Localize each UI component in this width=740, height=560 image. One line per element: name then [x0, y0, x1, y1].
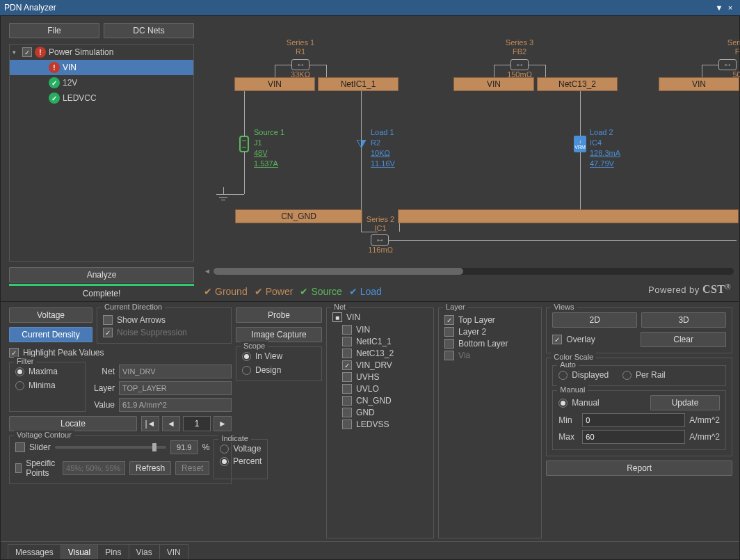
dropdown-icon[interactable]: ▼ [714, 3, 725, 12]
net-checkbox[interactable] [342, 325, 352, 335]
net-checkbox[interactable] [342, 408, 352, 417]
schematic-canvas[interactable]: Series 1R1 ⧟ 33KΩ VIN NetIC1_1 Source 1J… [200, 16, 739, 301]
ferrite-icon: ⧟ [510, 59, 529, 70]
node-cngnd[interactable]: CN_GND [235, 209, 362, 223]
net-checkbox[interactable] [342, 372, 352, 382]
net-item[interactable]: UVLO [332, 384, 428, 394]
net-item[interactable]: VIN [332, 325, 428, 335]
tab-visual[interactable]: Visual [61, 544, 98, 559]
error-icon: ! [35, 47, 46, 58]
bottom-tabstrip: MessagesVisualPinsViasVIN [1, 541, 739, 559]
current-direction-title: Current Direction [102, 303, 165, 311]
load-resistor-icon: ⧩ [356, 136, 366, 152]
minima-radio[interactable] [15, 381, 24, 390]
tree-label: 12V [63, 78, 77, 88]
report-button[interactable]: Report [546, 461, 732, 476]
net-item[interactable]: GND [332, 408, 428, 417]
min-input[interactable] [582, 413, 685, 427]
net-label: CN_GND [356, 396, 392, 406]
node-gnd-bar[interactable] [398, 209, 739, 223]
view-2d-button[interactable]: 2D [552, 312, 637, 328]
analyze-button[interactable]: Analyze [9, 267, 194, 282]
specific-points-input[interactable] [63, 461, 125, 475]
progress-bar [9, 284, 194, 286]
legend-ground[interactable]: ✔Ground [204, 286, 248, 297]
scope-design-radio[interactable] [242, 366, 251, 375]
page-input[interactable] [183, 416, 211, 431]
tree-root-power-simulation[interactable]: ▾ ! Power Simulation [10, 45, 193, 60]
dc-nets-menu-button[interactable]: DC Nets [104, 23, 194, 38]
overlay-checkbox[interactable] [552, 335, 562, 344]
net-checkbox[interactable] [342, 349, 352, 358]
net-field [119, 365, 232, 378]
node-netic1[interactable]: NetIC1_1 [318, 77, 399, 91]
collapse-icon[interactable]: ▾ [13, 49, 19, 56]
locate-button[interactable]: Locate [9, 416, 137, 431]
update-button[interactable]: Update [650, 395, 720, 410]
image-capture-button[interactable]: Image Capture [236, 327, 322, 342]
file-menu-button[interactable]: File [9, 23, 99, 38]
bottom-layer-checkbox[interactable] [444, 339, 454, 349]
tree-item-12v[interactable]: ✓ 12V [10, 75, 193, 90]
tab-messages[interactable]: Messages [8, 544, 61, 559]
horizontal-scrollbar[interactable]: ◄ [214, 268, 734, 275]
node-netc13[interactable]: NetC13_2 [537, 77, 618, 91]
current-density-button[interactable]: Current Density [9, 327, 92, 342]
view-3d-button[interactable]: 3D [641, 312, 726, 328]
next-page-button[interactable]: ► [214, 416, 232, 431]
clear-button[interactable]: Clear [641, 332, 726, 347]
highlight-peak-checkbox[interactable] [9, 348, 19, 358]
probe-button[interactable]: Probe [236, 307, 322, 323]
close-icon[interactable]: × [725, 3, 736, 12]
layer-field [119, 381, 232, 395]
net-item[interactable]: UVHS [332, 372, 428, 382]
net-checkbox[interactable] [342, 337, 352, 346]
layer2-checkbox[interactable] [444, 327, 454, 337]
first-page-button[interactable]: |◄ [141, 416, 159, 431]
scroll-left-icon[interactable]: ◄ [204, 267, 211, 275]
net-checkbox[interactable] [342, 396, 352, 406]
node-vin-3[interactable]: VIN [659, 77, 739, 91]
contour-slider[interactable] [55, 446, 166, 449]
top-layer-checkbox[interactable] [444, 315, 454, 325]
maxima-radio[interactable] [15, 367, 24, 376]
legend-load[interactable]: ✔Load [349, 286, 382, 297]
scrollbar-thumb[interactable] [214, 268, 463, 275]
net-label: UVLO [356, 384, 379, 394]
node-vin-1[interactable]: VIN [234, 77, 315, 91]
max-input[interactable] [582, 430, 685, 444]
scope-inview-radio[interactable] [242, 352, 251, 361]
tab-vin[interactable]: VIN [159, 544, 188, 559]
net-root-checkbox[interactable]: ■ [332, 312, 342, 322]
node-vin-2[interactable]: VIN [453, 77, 534, 91]
tab-pins[interactable]: Pins [97, 544, 129, 559]
indicate-percent-radio[interactable] [220, 457, 229, 466]
voltage-button[interactable]: Voltage [9, 307, 92, 323]
indicate-voltage-radio[interactable] [220, 445, 229, 454]
net-checkbox[interactable] [342, 360, 352, 370]
refresh-button[interactable]: Refresh [129, 461, 171, 475]
net-label: NetC13_2 [356, 349, 394, 358]
powered-by-label: Powered by CST® [648, 282, 731, 296]
tree-item-vin[interactable]: ! VIN [10, 60, 193, 75]
net-checkbox[interactable] [342, 419, 352, 429]
prev-page-button[interactable]: ◄ [162, 416, 180, 431]
per-rail-radio[interactable] [622, 371, 632, 380]
manual-radio[interactable] [558, 399, 568, 408]
net-item[interactable]: VIN_DRV [332, 360, 428, 370]
tree-item-ledvcc[interactable]: ✓ LEDVCC [10, 90, 193, 106]
slider-checkbox[interactable] [15, 442, 25, 452]
show-arrows-checkbox[interactable] [103, 315, 113, 325]
net-item[interactable]: NetC13_2 [332, 349, 428, 358]
legend-source[interactable]: ✔Source [300, 286, 341, 297]
checkbox[interactable] [22, 47, 32, 57]
simulation-tree[interactable]: ▾ ! Power Simulation ! VIN ✓ 12V [9, 44, 194, 262]
legend-power[interactable]: ✔Power [255, 286, 293, 297]
net-item[interactable]: NetIC1_1 [332, 337, 428, 346]
specific-points-checkbox[interactable] [15, 463, 22, 473]
net-checkbox[interactable] [342, 384, 352, 394]
net-item[interactable]: LEDVSS [332, 419, 428, 429]
net-item[interactable]: CN_GND [332, 396, 428, 406]
tab-vias[interactable]: Vias [129, 544, 160, 559]
displayed-radio[interactable] [558, 371, 568, 380]
